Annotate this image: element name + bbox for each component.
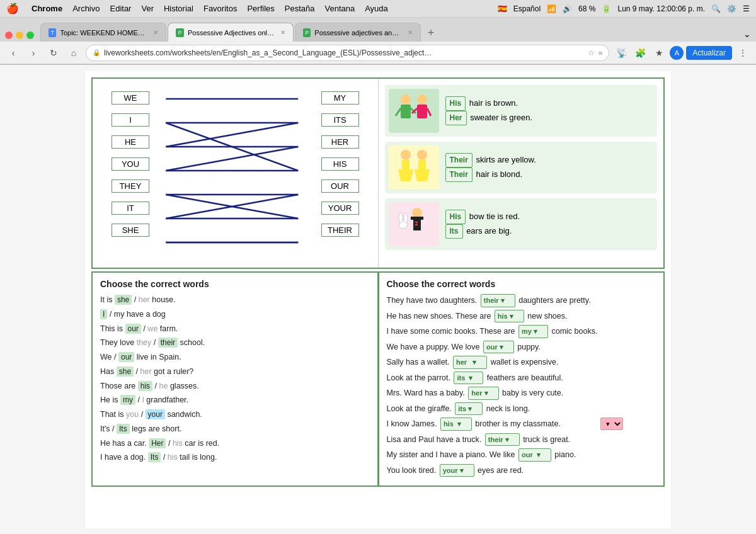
minimize-window-btn[interactable] — [16, 31, 23, 39]
select-her-2[interactable]: her ▾ — [468, 387, 498, 400]
select-its-2[interactable]: its ▾ — [455, 402, 483, 416]
menu-right: 🇪🇸 Español 📶 🔊 68 % 🔋 Lun 9 may. 12:00:0… — [498, 4, 750, 13]
list-item: It's / Its legs are short. — [100, 423, 370, 435]
maximize-window-btn[interactable] — [26, 31, 34, 39]
mac-menubar: 🍎 Chrome Archivo Editar Ver Historial Fa… — [0, 0, 756, 18]
tab-2[interactable]: P Possessive Adjectives online e ✕ — [168, 23, 294, 42]
control-center-icon[interactable]: ⚙️ — [727, 4, 736, 13]
menu-favoritos[interactable]: Favoritos — [203, 4, 237, 13]
tab-list-btn[interactable]: ⌄ — [743, 29, 751, 39]
bottom-section: Choose the correct words It is she / her… — [91, 271, 665, 487]
address-bar[interactable]: 🔒 liveworksheets.com/worksheets/en/Engli… — [86, 45, 609, 61]
select-his-2[interactable]: his ▾ — [440, 418, 472, 431]
word-THEIR: THEIR — [321, 224, 359, 237]
menu-ver[interactable]: Ver — [141, 4, 154, 13]
svg-point-24 — [417, 150, 427, 160]
list-item: You look tired. your ▾ eyes are red. — [387, 464, 656, 477]
list-item: They have two daughters. their ▾ daughte… — [387, 294, 656, 307]
word-SHE: SHE — [112, 224, 149, 237]
back-btn[interactable]: ‹ — [5, 45, 21, 61]
tab-3[interactable]: P Possessive adjectives and pro… ✕ — [295, 23, 421, 42]
tab-3-close[interactable]: ✕ — [408, 29, 413, 36]
select-her[interactable]: her ▾ — [453, 356, 487, 369]
tab-1[interactable]: T Topic: WEEKEND HOMEWORK ✕ — [40, 23, 166, 42]
right-words: MY ITS HER HIS OUR YOUR THEIR — [321, 91, 359, 237]
tab-2-favicon: P — [176, 28, 184, 37]
select-its[interactable]: its ▾ — [454, 372, 483, 385]
url-text[interactable]: liveworksheets.com/worksheets/en/English… — [104, 48, 584, 57]
wrong-you: you — [126, 410, 139, 419]
answer-your: your — [146, 409, 165, 419]
select-your[interactable]: your ▾ — [440, 464, 474, 477]
image-text-1: His hair is brown. Her sweater is green. — [445, 96, 533, 125]
list-item: I / my have a dog — [100, 309, 370, 321]
menu-chrome[interactable]: Chrome — [32, 4, 62, 13]
select-our-2[interactable]: our ▾ — [518, 448, 551, 462]
search-icon[interactable]: 🔍 — [711, 4, 721, 13]
flag-icon: 🇪🇸 — [498, 4, 507, 13]
close-window-btn[interactable] — [5, 31, 13, 39]
reading-mode-icon[interactable]: » — [598, 48, 603, 57]
answer-his: His — [445, 96, 466, 111]
svg-point-17 — [417, 94, 427, 105]
list-item: This is our / we farm. — [100, 323, 370, 335]
word-YOU: YOU — [112, 157, 149, 171]
svg-line-10 — [166, 195, 298, 219]
home-btn[interactable]: ⌂ — [66, 45, 82, 61]
select-our[interactable]: our ▾ — [483, 341, 514, 354]
answer-their-2: Their — [445, 168, 472, 182]
new-tab-btn[interactable]: + — [422, 24, 440, 42]
menu-ventana[interactable]: Ventana — [324, 4, 355, 13]
list-item: I have a dog. Its / his tail is long. — [100, 452, 370, 463]
list-item: He has new shoes. These are his ▾ new sh… — [387, 310, 656, 323]
menu-ayuda[interactable]: Ayuda — [365, 4, 388, 13]
list-item: Mrs. Ward has a baby. her ▾ baby is very… — [387, 387, 656, 400]
pink-select[interactable]: ▾ — [600, 418, 623, 430]
svg-point-32 — [404, 213, 408, 223]
reload-btn[interactable]: ↻ — [45, 45, 62, 61]
menu-editar[interactable]: Editar — [110, 4, 131, 13]
svg-point-31 — [399, 213, 403, 223]
language-label: Español — [513, 4, 541, 13]
profile-icon[interactable]: A — [670, 46, 684, 60]
nav-right-icons: 📡 🧩 ★ A Actualizar ⋮ — [613, 45, 751, 61]
svg-line-20 — [427, 108, 431, 116]
forward-btn[interactable]: › — [25, 45, 42, 61]
image-text-3: His bow tie is red. Its ears are big. — [445, 210, 520, 239]
word-HIS: HIS — [321, 157, 359, 171]
cast-icon[interactable]: 📡 — [613, 45, 629, 61]
tab-1-close[interactable]: ✕ — [153, 29, 158, 36]
matching-area: WE I HE YOU THEY IT SHE MY ITS HER HIS — [99, 85, 372, 261]
battery-label: 68 % — [578, 4, 595, 13]
star-icon[interactable]: ☆ — [588, 48, 595, 57]
select-his[interactable]: his ▾ — [495, 310, 524, 323]
list-item: We have a puppy. We love our ▾ puppy. — [387, 341, 656, 354]
select-their-2[interactable]: their ▾ — [485, 433, 520, 446]
answer-its: Its — [445, 224, 463, 239]
wrong-he: he — [159, 382, 168, 390]
menu-dots-icon[interactable]: ⋮ — [735, 45, 751, 61]
extensions-icon[interactable]: 🧩 — [632, 45, 648, 61]
worksheet: WE I HE YOU THEY IT SHE MY ITS HER HIS — [85, 71, 671, 528]
apple-menu[interactable]: 🍎 — [6, 3, 19, 14]
datetime-label: Lun 9 may. 12:00:06 p. m. — [617, 4, 705, 13]
list-icon[interactable]: ☰ — [743, 4, 750, 13]
select-their[interactable]: their ▾ — [481, 294, 515, 307]
menu-historial[interactable]: Historial — [164, 4, 193, 13]
tab-2-close[interactable]: ✕ — [280, 29, 285, 36]
browser-content: WE I HE YOU THEY IT SHE MY ITS HER HIS — [0, 65, 756, 534]
answer-our-2: our — [118, 352, 134, 362]
bookmark-icon[interactable]: ★ — [651, 45, 667, 61]
volume-icon: 🔊 — [563, 4, 572, 13]
menu-archivo[interactable]: Archivo — [72, 4, 100, 13]
svg-marker-23 — [398, 169, 413, 181]
update-btn[interactable]: Actualizar — [686, 46, 732, 60]
answer-i: I — [100, 309, 107, 319]
menu-perfiles[interactable]: Perfiles — [247, 4, 274, 13]
menu-pestana[interactable]: Pestaña — [285, 4, 315, 13]
select-my[interactable]: my ▾ — [518, 325, 548, 338]
word-HE: HE — [112, 135, 149, 149]
word-YOUR: YOUR — [321, 202, 359, 215]
svg-rect-25 — [418, 160, 426, 169]
wrong-her: her — [139, 295, 150, 304]
